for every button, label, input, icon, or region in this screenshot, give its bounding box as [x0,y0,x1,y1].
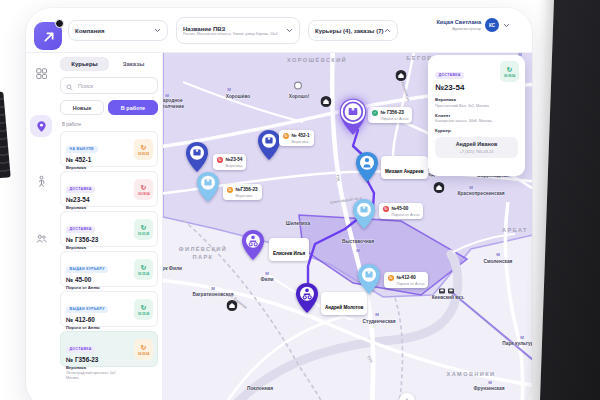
house-poi-icon [227,297,238,315]
courier-pin-label[interactable]: Михаил Андреев [381,156,428,179]
order-status-badge: ДОСТАВКА [66,186,95,193]
map-place-label: Краснопресненская [457,191,504,197]
users-icon [35,232,48,245]
orders-panel: Курьеры Заказы Новые В работе В работе Н… [56,52,163,400]
sidebar-item-clients[interactable] [30,227,52,249]
courier-pin[interactable] [355,151,379,183]
order-status-dot-icon: ↻ [283,133,289,139]
order-pin[interactable] [339,98,368,136]
sidebar-item-map[interactable] [30,115,52,137]
chevron-down-icon [286,27,293,34]
order-client: Вероника [66,365,152,370]
filter-new-button[interactable]: Новые [60,100,104,115]
user-menu[interactable]: Кицая Светлана Администратор КС [436,18,510,32]
detail-client-label: Клиент [435,113,518,118]
order-pin-number: № Г356-23 [381,110,404,115]
user-role: Администратор [436,26,481,31]
order-status-dot-icon: ✓ [372,110,378,116]
search-input[interactable] [76,82,152,90]
order-pin-number: № 452-1 [292,133,310,138]
map-place-label: Парк Фили [163,266,182,272]
order-card[interactable]: ВЫДАН КУРЬЕРУ № 45-00 Пироги от Анны Зуб… [60,251,158,287]
order-timer: ↻ -00:18:54 [134,179,153,200]
order-pin-label[interactable]: ↻№Г356-23 Вероника [223,184,262,200]
metro-icon: М [488,380,492,385]
order-timer: ↻ 00:29:54 [134,339,153,360]
train-station-icon [439,280,446,298]
pickup-point-select[interactable]: Название ПВЗ Россия, Московская область,… [176,17,300,44]
map-district-label: ХОРОШЁВСКИЙ [287,56,347,64]
panel-filters: Новые В работе [60,100,158,115]
order-client: Вероника [66,245,152,250]
map-place-label: Фили [260,277,273,283]
order-pin[interactable] [185,141,209,173]
courier-pin-label[interactable]: Елисеев Илья [269,238,309,261]
order-card[interactable]: ДОСТАВКА № Г356-23 Вероника Ленинградски… [60,331,158,367]
order-pin-number: №Г356-23 [236,187,258,192]
panel-tabs: Курьеры Заказы [60,57,158,71]
metro-icon: М [520,335,524,340]
order-pin[interactable] [352,198,376,230]
order-status-dot-icon: ↻ [388,275,394,281]
search-icon [66,77,73,95]
order-timer: ↻ 01:01:35 [134,219,153,240]
map-place-label: Хорошёво [226,94,250,100]
couriers-orders-select[interactable]: Курьеры (4), заказы (7) [308,20,398,41]
map-district-label: АРБАТ [502,226,528,234]
order-city: Москва [66,376,136,380]
order-client: Пироги от Анны [66,325,152,330]
order-status-badge: НА ВЫКУПЕ [66,146,98,153]
metro-icon: М [375,312,379,317]
order-card[interactable]: ДОСТАВКА № Г356-23 Вероника улица Сергея… [60,211,158,247]
order-pin[interactable] [257,129,281,161]
courier-name: Андрей Молотов [325,305,363,310]
map-street-label: ТТК [335,174,341,182]
chevron-down-icon [154,27,161,34]
search-box[interactable] [60,77,158,94]
order-client: Вероника [66,165,152,170]
detail-courier-name: Андрей Иванов [437,141,516,147]
order-pin-label[interactable]: ↻№412-60 Пироги от Анны [384,272,428,288]
couriers-orders-label: Курьеры (4), заказы (7) [315,28,384,34]
tab-couriers[interactable]: Курьеры [60,57,109,71]
order-pin-label[interactable]: ↻№45-00 Пироги от Анны [379,203,423,219]
order-pin-label[interactable]: ↻№23-54 Вероника [213,154,246,170]
detail-courier-button[interactable]: Андрей Иванов +7 (321) 765-43-21 [435,137,518,158]
order-card[interactable]: ДОСТАВКА №23-54 Вероника Стрельбищенский… [60,171,158,207]
order-pin-label[interactable]: ↻№ 452-1 Вероника [279,130,314,146]
order-card[interactable]: НА ВЫКУПЕ № 452-1 Вероника улица 1905 го… [60,131,158,167]
courier-pin[interactable] [295,282,319,314]
sidebar-item-couriers[interactable] [30,170,52,192]
order-card[interactable]: ВЫДАН КУРЬЕРУ № 412-60 Пироги от Анны По… [60,291,158,327]
order-timer: ↻ 01:15:39 [134,299,153,320]
detail-client-address: Каширское шоссе, 34к8, Москва, [435,119,518,123]
app-window: Компания Название ПВЗ Россия, Московская… [26,8,532,400]
order-status-badge: ВЫДАН КУРЬЕРУ [66,306,108,313]
detail-status-badge: ДОСТАВКА [435,72,464,79]
order-pin-number: №23-54 [226,157,243,162]
metro-icon: М [227,87,231,92]
tab-orders[interactable]: Заказы [109,57,158,71]
map-place-label: Поклонная [247,386,273,392]
order-pin-label[interactable]: ✓№ Г356-23 Пироги от Анны [368,107,412,123]
order-client: Вероника [66,205,152,210]
metro-icon: М [356,248,360,253]
company-select[interactable]: Компания [68,20,168,41]
order-client: Пироги от Анны [66,285,152,290]
detail-courier-label: Курьер [435,128,518,133]
map-place-label: НародноеОполчение [163,98,184,110]
sidebar-item-dashboard[interactable] [30,62,52,84]
user-name: Кицая Светлана [436,19,481,25]
order-pin[interactable] [357,263,381,295]
detail-shop-address: Пресненский Вал, 3к2, Москва [435,104,518,108]
detail-courier-phone: +7 (321) 765-43-21 [437,149,516,154]
sidebar-rail [26,52,57,400]
courier-pin-label[interactable]: Андрей Молотов [321,292,367,315]
order-pin-subtitle: Пироги от Анны [381,117,409,121]
order-pin-number: №412-60 [397,275,416,280]
train-station-icon [448,280,455,298]
map[interactable]: ХОРОШЁВСКИЙБЕГОВОЙФИЛЁВСКИЙПАРКХАМОВНИКИ… [163,52,532,400]
filter-inwork-button[interactable]: В работе [108,100,158,115]
courier-pin[interactable] [241,229,265,261]
order-pin[interactable] [196,171,220,203]
